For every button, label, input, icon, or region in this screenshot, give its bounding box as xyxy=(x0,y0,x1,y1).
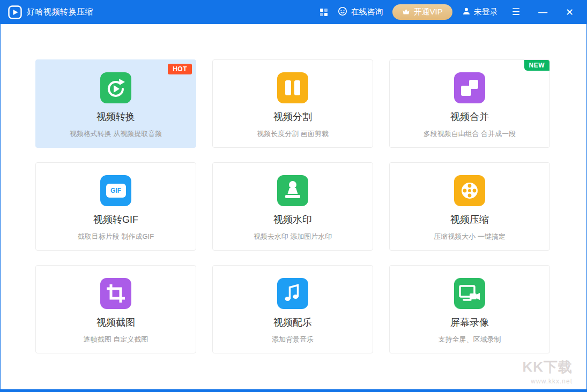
card-subtitle: 视频长度分割 画面剪裁 xyxy=(257,129,329,139)
card-video-music[interactable]: 视频配乐 添加背景音乐 xyxy=(212,265,373,353)
card-subtitle: 截取目标片段 制作成GIF xyxy=(78,232,154,242)
card-title: 视频合并 xyxy=(450,110,489,123)
card-subtitle: 视频格式转换 从视频提取音频 xyxy=(70,129,162,139)
new-badge: NEW xyxy=(524,60,550,71)
card-video-merge[interactable]: NEW 视频合并 多段视频自由组合 合并成一段 xyxy=(389,59,550,148)
card-subtitle: 添加背景音乐 xyxy=(272,335,314,344)
vip-label: 开通VIP xyxy=(413,7,442,17)
close-button[interactable]: ✕ xyxy=(561,4,581,20)
login-label: 未登录 xyxy=(474,7,498,17)
site-watermark: KK下载 www.kkx.net xyxy=(522,358,573,385)
online-service-button[interactable]: 在线咨询 xyxy=(338,6,383,18)
card-subtitle: 视频去水印 添加图片水印 xyxy=(254,232,332,242)
film-reel-icon xyxy=(454,175,485,206)
video-convert-icon xyxy=(100,72,131,103)
card-subtitle: 支持全屏、区域录制 xyxy=(439,335,501,344)
card-video-to-gif[interactable]: GIF 视频转GIF 截取目标片段 制作成GIF xyxy=(35,162,196,251)
card-video-convert[interactable]: HOT 视频转换 视频格式转换 从视频提取音频 xyxy=(35,59,196,148)
titlebar: 好哈视频转换压缩 在 xyxy=(1,0,586,24)
app-logo-icon xyxy=(8,5,22,19)
video-split-icon xyxy=(277,72,308,103)
gif-icon-label: GIF xyxy=(110,187,121,194)
online-service-label: 在线咨询 xyxy=(351,7,383,17)
card-screen-record[interactable]: 屏幕录像 支持全屏、区域录制 xyxy=(389,265,550,353)
card-video-watermark[interactable]: 视频水印 视频去水印 添加图片水印 xyxy=(212,162,373,251)
card-subtitle: 压缩视频大小 一键搞定 xyxy=(434,232,506,242)
card-title: 视频压缩 xyxy=(450,213,489,226)
video-merge-icon xyxy=(454,72,485,103)
feature-grid: HOT 视频转换 视频格式转换 从视频提取音频 xyxy=(35,59,550,353)
card-title: 视频分割 xyxy=(273,110,312,123)
card-subtitle: 多段视频自由组合 合并成一段 xyxy=(423,129,516,139)
minimize-button[interactable]: — xyxy=(534,4,552,20)
card-video-split[interactable]: 视频分割 视频长度分割 画面剪裁 xyxy=(212,59,373,148)
card-title: 视频水印 xyxy=(273,213,312,226)
screen-record-icon xyxy=(454,278,485,309)
card-subtitle: 逐帧截图 自定义截图 xyxy=(84,335,148,344)
apps-grid-icon[interactable] xyxy=(319,8,328,17)
user-icon xyxy=(462,7,471,17)
crop-icon xyxy=(100,278,131,309)
watermark-stamp-icon xyxy=(277,175,308,206)
app-title: 好哈视频转换压缩 xyxy=(27,7,93,17)
hot-badge: HOT xyxy=(168,64,192,74)
app-window: 好哈视频转换压缩 在 xyxy=(0,0,587,392)
card-video-snapshot[interactable]: 视频截图 逐帧截图 自定义截图 xyxy=(35,265,196,353)
card-title: 视频配乐 xyxy=(273,316,312,329)
gif-icon: GIF xyxy=(100,175,131,206)
card-title: 视频转GIF xyxy=(93,213,138,226)
vip-button[interactable]: 开通VIP xyxy=(392,4,452,20)
watermark-url: www.kkx.net xyxy=(522,378,573,385)
card-title: 视频截图 xyxy=(96,316,135,329)
card-video-compress[interactable]: 视频压缩 压缩视频大小 一键搞定 xyxy=(389,162,550,251)
login-button[interactable]: 未登录 xyxy=(462,7,498,17)
vip-crown-icon xyxy=(402,7,410,17)
card-title: 视频转换 xyxy=(96,110,135,123)
smiley-chat-icon xyxy=(338,6,347,18)
main-content: HOT 视频转换 视频格式转换 从视频提取音频 xyxy=(1,24,586,389)
music-note-icon xyxy=(277,278,308,309)
menu-button[interactable]: ☰ xyxy=(508,4,524,20)
watermark-title: KK下载 xyxy=(522,358,573,376)
card-title: 屏幕录像 xyxy=(450,316,489,329)
